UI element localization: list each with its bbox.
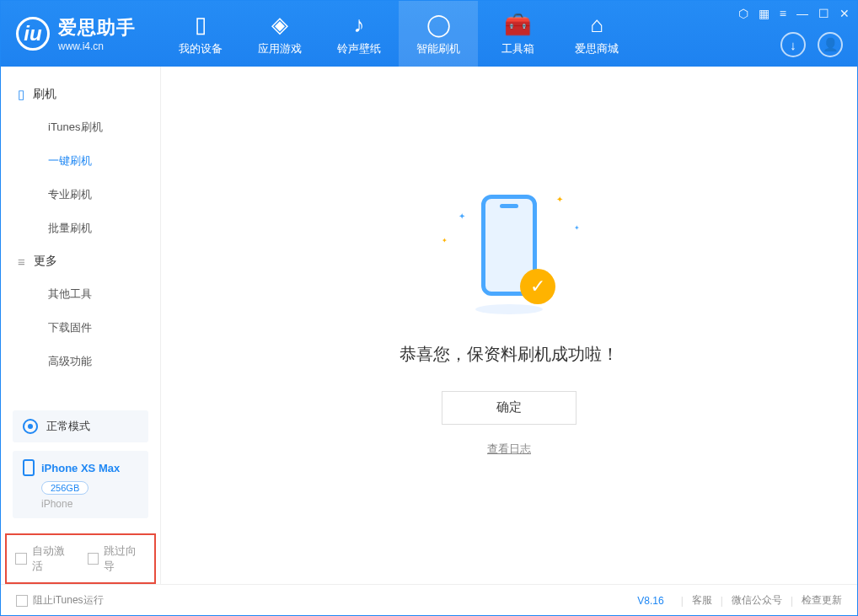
download-button[interactable]: ↓ <box>780 32 806 57</box>
maximize-button[interactable]: ☐ <box>818 7 829 20</box>
logo-icon: iu <box>16 17 50 51</box>
sidebar-item-download-firmware[interactable]: 下载固件 <box>1 311 160 345</box>
tab-smart-flash[interactable]: ◯智能刷机 <box>399 1 478 67</box>
phone-outline-icon: ▯ <box>18 87 24 102</box>
mode-box[interactable]: 正常模式 <box>13 410 148 442</box>
device-icon <box>23 459 35 476</box>
sidebar-group-more: ≡ 更多 <box>1 245 160 277</box>
device-name: iPhone XS Max <box>41 462 120 474</box>
storage-badge: 256GB <box>41 481 88 495</box>
checkbox-skip-guide[interactable]: 跳过向导 <box>88 544 147 574</box>
tab-store[interactable]: ⌂爱思商城 <box>557 1 636 67</box>
toolbox-icon: 🧰 <box>504 12 531 38</box>
user-button[interactable]: 👤 <box>818 32 843 57</box>
support-link[interactable]: 客服 <box>692 593 712 608</box>
tab-apps-games[interactable]: ◈应用游戏 <box>240 1 319 67</box>
sidebar-item-onekey-flash[interactable]: 一键刷机 <box>1 144 160 178</box>
checkbox-auto-activate[interactable]: 自动激活 <box>15 544 74 574</box>
sidebar-item-other-tools[interactable]: 其他工具 <box>1 277 160 311</box>
tab-toolbox[interactable]: 🧰工具箱 <box>478 1 557 67</box>
checkbox-icon <box>88 553 99 565</box>
mode-icon <box>23 419 38 434</box>
checkbox-icon <box>16 595 28 607</box>
sparkle-icon: ✦ <box>556 195 563 204</box>
version-label: V8.16 <box>637 595 663 607</box>
close-button[interactable]: ✕ <box>839 7 850 20</box>
checkbox-block-itunes[interactable]: 阻止iTunes运行 <box>16 593 104 608</box>
window-controls: ⬡ ▦ ≡ ― ☐ ✕ <box>738 7 850 20</box>
music-icon: ♪ <box>354 12 365 38</box>
ok-button[interactable]: 确定 <box>442 391 576 425</box>
success-illustration: ✦ ✦ ✦ ✦ ✓ <box>458 195 560 313</box>
tab-my-device[interactable]: ▯我的设备 <box>161 1 240 67</box>
refresh-icon: ◯ <box>426 12 451 38</box>
check-circle-icon: ✓ <box>520 269 555 304</box>
sidebar-group-flash: ▯ 刷机 <box>1 78 160 110</box>
grid-icon[interactable]: ▦ <box>759 7 770 20</box>
wechat-link[interactable]: 微信公众号 <box>732 593 782 608</box>
shop-icon: ⌂ <box>590 12 603 38</box>
logo-area: iu 爱思助手 www.i4.cn <box>1 15 161 52</box>
shirt-icon[interactable]: ⬡ <box>738 7 748 20</box>
list-icon: ≡ <box>18 254 25 269</box>
device-type: iPhone <box>41 498 138 510</box>
sparkle-icon: ✦ <box>458 212 465 221</box>
device-icon: ▯ <box>195 12 206 38</box>
header-right-actions: ↓ 👤 <box>780 32 843 57</box>
footer-bar: 阻止iTunes运行 V8.16 | 客服 | 微信公众号 | 检查更新 <box>1 584 857 616</box>
app-title: 爱思助手 <box>58 15 136 40</box>
tab-ringtones-wallpapers[interactable]: ♪铃声壁纸 <box>319 1 399 67</box>
sidebar-item-pro-flash[interactable]: 专业刷机 <box>1 178 160 212</box>
success-message: 恭喜您，保资料刷机成功啦！ <box>400 343 619 366</box>
sparkle-icon: ✦ <box>574 224 580 232</box>
sidebar-item-batch-flash[interactable]: 批量刷机 <box>1 212 160 245</box>
nav-tabs: ▯我的设备 ◈应用游戏 ♪铃声壁纸 ◯智能刷机 🧰工具箱 ⌂爱思商城 <box>161 1 636 67</box>
cube-icon: ◈ <box>271 12 288 38</box>
app-subtitle: www.i4.cn <box>58 40 136 52</box>
header-bar: iu 爱思助手 www.i4.cn ▯我的设备 ◈应用游戏 ♪铃声壁纸 ◯智能刷… <box>1 1 857 67</box>
main-content: ✦ ✦ ✦ ✦ ✓ 恭喜您，保资料刷机成功啦！ 确定 查看日志 <box>161 67 857 584</box>
checkbox-icon <box>15 553 27 565</box>
minimize-button[interactable]: ― <box>796 7 808 20</box>
menu-icon[interactable]: ≡ <box>780 7 786 20</box>
sparkle-icon: ✦ <box>442 237 448 244</box>
check-update-link[interactable]: 检查更新 <box>802 593 842 608</box>
sidebar: ▯ 刷机 iTunes刷机 一键刷机 专业刷机 批量刷机 ≡ 更多 其他工具 下… <box>1 67 161 584</box>
view-log-link[interactable]: 查看日志 <box>487 442 531 457</box>
sidebar-item-itunes-flash[interactable]: iTunes刷机 <box>1 110 160 144</box>
device-box[interactable]: iPhone XS Max 256GB iPhone <box>13 451 148 518</box>
options-row: 自动激活 跳过向导 <box>5 533 156 584</box>
mode-label: 正常模式 <box>46 419 90 434</box>
sidebar-item-advanced[interactable]: 高级功能 <box>1 345 160 378</box>
